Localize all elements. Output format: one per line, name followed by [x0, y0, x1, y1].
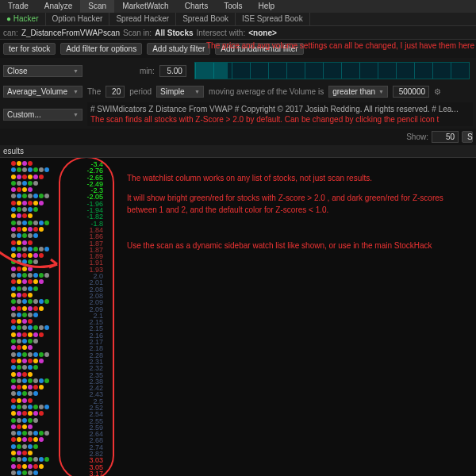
- filter-study-button[interactable]: Add study filter: [147, 43, 210, 55]
- status-dot: [22, 259, 27, 264]
- status-dot: [22, 207, 27, 212]
- status-dot: [11, 201, 16, 205]
- status-dot: [17, 227, 21, 232]
- thresh-input[interactable]: 500000: [393, 86, 429, 98]
- dot-row: [0, 339, 68, 345]
- status-dot: [28, 464, 33, 469]
- filter-stock-button[interactable]: ter for stock: [3, 43, 56, 55]
- min-value-input[interactable]: 5.00: [159, 65, 186, 77]
- status-dot: [17, 437, 21, 442]
- tab-ise-spread-book[interactable]: ISE Spread Book: [236, 13, 310, 25]
- close-field-select[interactable]: Close: [3, 65, 83, 77]
- status-dot: [28, 431, 33, 436]
- status-dot: [28, 444, 33, 449]
- status-dot: [11, 161, 16, 166]
- status-dot: [22, 411, 27, 416]
- status-dot: [39, 405, 44, 409]
- menu-analyze[interactable]: Analyze: [36, 0, 81, 13]
- status-dot: [28, 259, 33, 264]
- status-dot: [28, 175, 33, 179]
- status-dot: [22, 457, 27, 462]
- scan-button[interactable]: S: [462, 131, 473, 143]
- filter-options-button[interactable]: Add filter for options: [60, 43, 142, 55]
- status-dot: [11, 470, 16, 475]
- menu-trade[interactable]: Trade: [0, 0, 36, 13]
- dot-row: [0, 437, 68, 443]
- status-dot: [28, 418, 33, 423]
- range-slider[interactable]: [194, 62, 470, 79]
- status-dot: [17, 398, 21, 403]
- cmp-select[interactable]: greater than: [328, 86, 388, 98]
- status-dot: [17, 313, 21, 317]
- dot-row: [0, 464, 68, 470]
- status-dot: [22, 372, 27, 377]
- status-dot: [11, 233, 16, 238]
- status-dot: [33, 167, 38, 172]
- custom-select[interactable]: Custom...: [3, 109, 83, 121]
- status-dot: [28, 181, 33, 186]
- value-cell[interactable]: 3.17: [68, 470, 108, 476]
- menu-tools[interactable]: Tools: [216, 0, 250, 13]
- menu-charts[interactable]: Charts: [177, 0, 216, 13]
- status-dot: [33, 378, 38, 383]
- status-dot: [39, 273, 44, 278]
- status-dot: [17, 207, 21, 212]
- status-dot: [39, 306, 44, 311]
- period-select[interactable]: Simple: [156, 86, 204, 98]
- status-dot: [11, 207, 16, 212]
- status-dot: [17, 181, 21, 186]
- scan-in-value[interactable]: All Stocks: [155, 29, 193, 37]
- status-dot: [44, 299, 49, 304]
- status-dot: [22, 391, 27, 396]
- status-dot: [33, 437, 38, 442]
- status-dot: [33, 221, 38, 225]
- status-dot: [33, 365, 38, 370]
- tab-hacker[interactable]: ● Hacker: [0, 13, 46, 25]
- status-dot: [17, 267, 21, 271]
- status-dot: [44, 405, 49, 409]
- status-dot: [11, 411, 16, 416]
- menu-help[interactable]: Help: [250, 0, 282, 13]
- status-dot: [44, 378, 49, 383]
- tab-spread-book[interactable]: Spread Book: [176, 13, 236, 25]
- avg-field-select[interactable]: Average_Volume: [3, 86, 83, 98]
- status-dot: [17, 424, 21, 429]
- status-dot: [11, 325, 16, 330]
- status-dot: [28, 286, 33, 291]
- status-dot: [44, 194, 49, 198]
- dot-row: [0, 273, 68, 279]
- show-value-input[interactable]: 50: [432, 131, 459, 143]
- status-dot: [28, 391, 33, 396]
- scan-name[interactable]: Z_DistanceFromVWAPscan: [21, 29, 120, 37]
- status-dot: [28, 470, 33, 475]
- status-dot: [39, 464, 44, 469]
- tab-option-hacker[interactable]: Option Hacker: [46, 13, 110, 25]
- status-dot: [39, 167, 44, 172]
- status-dot: [17, 418, 21, 423]
- status-dot: [17, 167, 21, 172]
- status-dot: [17, 359, 21, 363]
- dot-row: [0, 359, 68, 365]
- status-dot: [28, 273, 33, 278]
- dot-row: [0, 299, 68, 305]
- intersect-value[interactable]: <none>: [248, 29, 277, 37]
- status-dot: [28, 313, 33, 317]
- status-dot: [17, 464, 21, 469]
- dot-row: [0, 213, 68, 220]
- status-dot: [28, 378, 33, 383]
- status-dot: [39, 247, 44, 251]
- settings-icon[interactable]: ⚙: [434, 87, 441, 96]
- min-label: min:: [140, 67, 155, 75]
- status-dot: [17, 279, 21, 284]
- criteria-avg-volume: Average_Volume The 20 period Simple movi…: [0, 83, 476, 100]
- status-dot: [44, 431, 49, 436]
- bars-input[interactable]: 20: [106, 86, 125, 98]
- menu-marketwatch[interactable]: MarketWatch: [114, 0, 177, 13]
- status-dot: [28, 194, 33, 198]
- menu-scan[interactable]: Scan: [80, 0, 114, 13]
- status-dot: [22, 267, 27, 271]
- tab-spread-hacker[interactable]: Spread Hacker: [109, 13, 176, 25]
- status-dot: [33, 339, 38, 344]
- status-dot: [33, 259, 38, 264]
- status-dot: [11, 194, 16, 198]
